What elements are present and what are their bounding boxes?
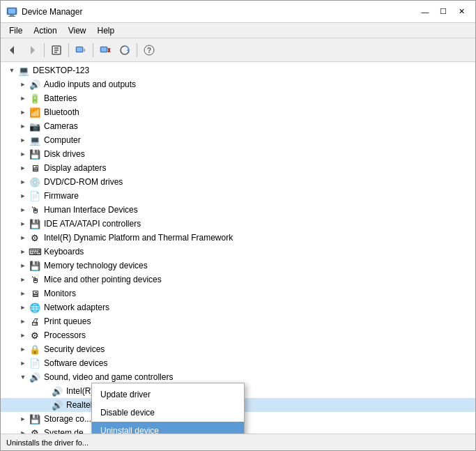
root-icon: 💻 <box>17 64 30 77</box>
tree-item[interactable]: ► 🖱 Human Interface Devices <box>1 203 475 217</box>
minimize-button[interactable]: — <box>417 4 433 20</box>
tree-expander: ▼ <box>17 372 29 383</box>
tree-label: Network adapters <box>44 303 109 312</box>
menu-view[interactable]: View <box>63 24 92 37</box>
tree-item[interactable]: ► 📶 Bluetooth <box>1 105 475 119</box>
tree-label: Batteries <box>44 93 77 103</box>
svg-text:?: ? <box>147 47 151 54</box>
tree-item[interactable]: ► 🌐 Network adapters <box>1 300 475 314</box>
tree-expander: ► <box>17 93 29 104</box>
tree-item[interactable]: ► ⌨ Keyboards <box>1 245 475 259</box>
tree-icon: 🌐 <box>29 301 41 314</box>
back-button[interactable] <box>3 41 22 59</box>
tree-icon: 📄 <box>29 190 41 202</box>
tree-item[interactable]: ► 🔊 Audio inputs and outputs <box>1 77 475 91</box>
tree-icon: 🖥 <box>29 162 41 174</box>
tree-icon: 🔊 <box>51 385 63 397</box>
tree-expander: ► <box>17 330 29 341</box>
svg-marker-12 <box>84 48 86 52</box>
forward-button[interactable] <box>23 41 41 59</box>
tree-label: Sound, video and game controllers <box>44 372 173 382</box>
menu-file[interactable]: File <box>3 24 28 37</box>
tree-icon: 🔊 <box>29 371 41 383</box>
tree-item[interactable]: ► 💾 Memory technology devices <box>1 259 475 273</box>
toolbar-sep-4 <box>137 43 137 57</box>
tree-icon: 💻 <box>29 134 41 146</box>
app-icon <box>6 6 17 17</box>
tree-item[interactable]: ► 📄 Firmware <box>1 189 475 203</box>
ctx-disable-device[interactable]: Disable device <box>92 404 244 422</box>
tree-icon: 🔋 <box>29 92 41 105</box>
svg-marker-4 <box>10 46 14 54</box>
menu-action[interactable]: Action <box>28 24 62 37</box>
tree-item[interactable]: ► ⚙ Processors <box>1 328 475 342</box>
tree-label: Display adapters <box>44 163 106 173</box>
tree-icon: ⚙ <box>29 427 41 434</box>
ctx-update-driver[interactable]: Update driver <box>92 385 244 404</box>
root-label: DESKTOP-123 <box>33 66 89 75</box>
tree-expander: ► <box>17 344 29 355</box>
tree-item[interactable]: ► ⚙ Intel(R) Dynamic Platform and Therma… <box>1 231 475 245</box>
menu-help[interactable]: Help <box>92 24 121 37</box>
tree-icon: 🖱 <box>29 273 41 286</box>
tree-item[interactable]: ► 💾 IDE ATA/ATAPI controllers <box>1 217 475 231</box>
tree-expander: ► <box>17 190 29 201</box>
tree-item[interactable]: ▼ 🔊 Sound, video and game controllers <box>1 370 475 384</box>
tree-expander: ► <box>17 218 29 229</box>
tree-expander: ► <box>17 107 29 118</box>
tree-item[interactable]: ► 🖱 Mice and other pointing devices <box>1 273 475 286</box>
status-text: Uninstalls the driver fo... <box>6 438 89 447</box>
tree-item[interactable]: ► 💿 DVD/CD-ROM drives <box>1 175 475 189</box>
tree-icon: ⚙ <box>29 329 41 342</box>
tree-label: Storage co... <box>44 414 91 424</box>
svg-rect-3 <box>8 16 15 17</box>
tree-icon: 🔊 <box>29 78 41 91</box>
uninstall-button[interactable] <box>96 41 114 59</box>
tree-label: System de... <box>44 428 91 434</box>
tree-expander: ► <box>17 260 29 271</box>
tree-item[interactable]: ► 🔋 Batteries <box>1 91 475 105</box>
ctx-uninstall-device[interactable]: Uninstall device <box>92 422 244 434</box>
properties-button[interactable] <box>47 41 66 59</box>
tree-label: Keyboards <box>44 247 84 257</box>
tree-label: Software devices <box>44 358 107 368</box>
tree-icon: 💾 <box>29 259 41 272</box>
toolbar-sep-3 <box>93 43 93 57</box>
tree-root[interactable]: ▼ 💻 DESKTOP-123 <box>1 63 475 77</box>
title-bar: Device Manager — ☐ ✕ <box>1 1 475 23</box>
menu-bar: File Action View Help <box>1 23 475 38</box>
tree-expander <box>40 399 51 411</box>
tree-expander: ► <box>17 135 29 146</box>
tree-icon: 📷 <box>29 120 41 132</box>
svg-rect-1 <box>8 8 15 13</box>
tree-expander: ► <box>17 358 29 369</box>
help-button[interactable]: ? <box>140 41 158 59</box>
tree-item[interactable]: ► 🔒 Security devices <box>1 342 475 356</box>
scan-button[interactable] <box>116 41 134 59</box>
tree-view[interactable]: ▼ 💻 DESKTOP-123 ► 🔊 Audio inputs and out… <box>1 62 475 434</box>
tree-icon: 💾 <box>29 413 41 425</box>
tree-icon: 🖥 <box>29 287 41 300</box>
tree-label: IDE ATA/ATAPI controllers <box>44 219 141 229</box>
tree-expander: ► <box>17 288 29 299</box>
tree-item[interactable]: ► 💾 Disk drives <box>1 147 475 161</box>
maximize-button[interactable]: ☐ <box>435 4 452 20</box>
window-controls: — ☐ ✕ <box>417 4 470 20</box>
update-driver-button[interactable] <box>72 41 90 59</box>
tree-label: Cameras <box>44 121 78 131</box>
device-manager-window: Device Manager — ☐ ✕ File Action View He… <box>0 0 476 451</box>
toolbar: ? <box>1 38 475 62</box>
tree-item[interactable]: ► 🖥 Monitors <box>1 286 475 300</box>
tree-icon: ⚙ <box>29 231 41 244</box>
tree-item[interactable]: ► 💻 Computer <box>1 133 475 147</box>
tree-item[interactable]: ► 🖥 Display adapters <box>1 161 475 175</box>
close-button[interactable]: ✕ <box>453 4 470 20</box>
main-content: ▼ 💻 DESKTOP-123 ► 🔊 Audio inputs and out… <box>1 62 475 434</box>
tree-item[interactable]: ► 🖨 Print queues <box>1 314 475 328</box>
tree-expander: ► <box>17 246 29 257</box>
tree-item[interactable]: ► 📄 Software devices <box>1 356 475 370</box>
tree-item[interactable]: ► 📷 Cameras <box>1 119 475 133</box>
tree-expander: ► <box>17 176 29 188</box>
svg-rect-14 <box>101 47 107 52</box>
tree-label: Human Interface Devices <box>44 205 138 215</box>
